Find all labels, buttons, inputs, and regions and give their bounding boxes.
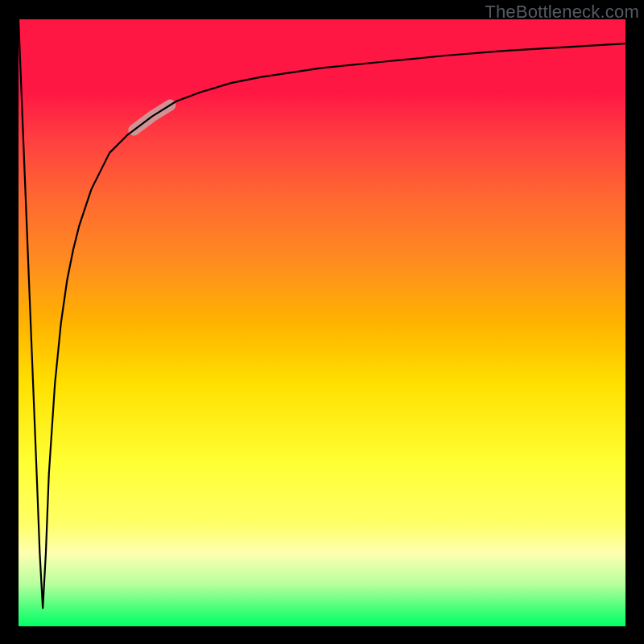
- chart-frame: TheBottleneck.com: [0, 0, 644, 644]
- curve-line: [19, 19, 625, 608]
- watermark-text: TheBottleneck.com: [485, 2, 639, 23]
- chart-plot-area: [19, 19, 625, 626]
- chart-svg: [19, 19, 625, 626]
